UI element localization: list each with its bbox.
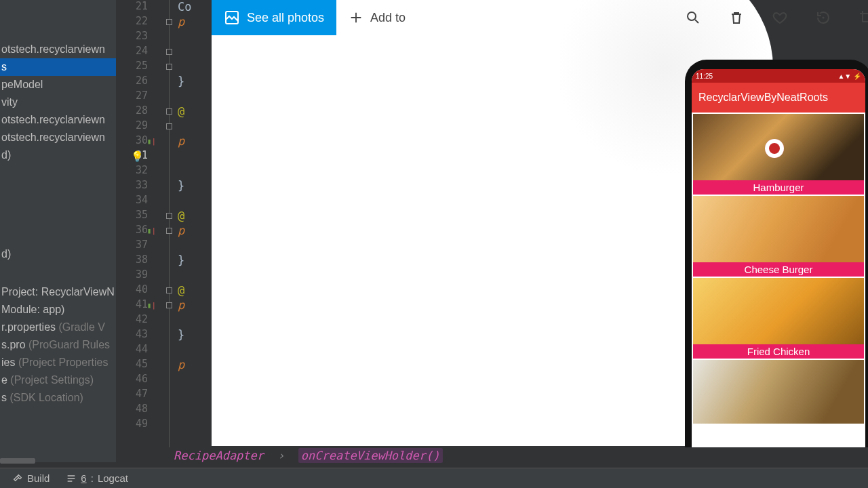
food-image: [693, 114, 864, 180]
intention-bulb-icon[interactable]: 💡: [131, 150, 144, 163]
svg-point-2: [822, 16, 824, 18]
list-item[interactable]: Cheese Burger: [693, 196, 864, 277]
phone-recycler-view[interactable]: Hamburger Cheese Burger Fried Chicken: [692, 113, 865, 447]
add-to-label: Add to: [370, 11, 406, 25]
photos-app-overlay: [212, 0, 685, 446]
food-image: [693, 360, 864, 424]
phone-status-bar: 11:25 ▲▼ ⚡: [692, 69, 865, 83]
breadcrumb-method[interactable]: onCreateViewHolder(): [298, 448, 443, 463]
see-all-photos-button[interactable]: See all photos: [212, 0, 336, 35]
food-image: [693, 278, 864, 344]
food-label: Hamburger: [693, 180, 864, 195]
tree-item[interactable]: otstech.recyclarviewn: [0, 111, 116, 129]
editor-code[interactable]: Cop}@p}@p}@p}p: [178, 0, 212, 447]
tree-item[interactable]: d): [0, 146, 116, 164]
rotate-icon[interactable]: [815, 9, 831, 26]
food-label: Cheese Burger: [693, 262, 864, 277]
food-image: [693, 196, 864, 262]
breadcrumb[interactable]: RecipeAdapter › onCreateViewHolder(): [174, 449, 443, 465]
horizontal-scrollbar[interactable]: [0, 458, 35, 464]
tree-item[interactable]: Project: RecyclarViewN: [0, 283, 116, 301]
tree-item[interactable]: peModel: [0, 76, 116, 94]
tree-item[interactable]: otstech.recyclarviewn: [0, 41, 116, 58]
logcat-icon: [66, 473, 77, 484]
tree-item[interactable]: r.properties (Gradle V: [0, 319, 116, 336]
status-time: 11:25: [696, 73, 713, 80]
svg-point-1: [688, 12, 696, 20]
tab-logcat-text: Logcat: [98, 472, 128, 484]
food-label: Fried Chicken: [693, 344, 864, 359]
phone-app-bar: RecyclarViewByNeatRoots: [692, 83, 865, 113]
status-icons: ▲▼ ⚡: [837, 73, 861, 80]
list-item[interactable]: Fried Chicken: [693, 278, 864, 359]
hammer-icon: [12, 473, 23, 484]
tree-item[interactable]: s.pro (ProGuard Rules: [0, 336, 116, 354]
photos-toolbar-right: [685, 0, 868, 35]
breadcrumb-separator: ›: [271, 449, 291, 462]
tab-logcat[interactable]: 6: Logcat: [66, 472, 128, 484]
bottom-tool-tabs: Build 6: Logcat: [0, 468, 868, 488]
tab-build[interactable]: Build: [12, 472, 50, 484]
tree-item[interactable]: e (Project Settings): [0, 371, 116, 389]
photos-toolbar-left: See all photos Add to: [212, 0, 418, 35]
tree-item[interactable]: d): [0, 245, 116, 263]
tree-item[interactable]: s: [0, 58, 116, 76]
tree-item[interactable]: s (SDK Location): [0, 389, 116, 407]
breadcrumb-class[interactable]: RecipeAdapter: [174, 449, 264, 462]
phone-app-title: RecyclarViewByNeatRoots: [698, 92, 828, 104]
tab-build-label: Build: [27, 472, 50, 484]
list-item[interactable]: Hamburger: [693, 114, 864, 195]
list-item[interactable]: [693, 360, 864, 424]
zoom-icon[interactable]: [685, 9, 701, 26]
heart-icon[interactable]: [772, 9, 788, 26]
project-tree[interactable]: otstech.recyclarviewnspeModelvityotstech…: [0, 0, 116, 462]
delete-icon[interactable]: [728, 9, 745, 26]
tree-item[interactable]: vity: [0, 94, 116, 111]
tree-item[interactable]: Module: app): [0, 301, 116, 319]
tree-item[interactable]: otstech.recyclarviewn: [0, 129, 116, 146]
editor-gutter[interactable]: 21222324252627282930▮|31💡3233343536▮|373…: [116, 0, 177, 447]
see-all-photos-label: See all photos: [247, 11, 324, 25]
gallery-icon: [224, 9, 240, 26]
phone-mockup: 11:25 ▲▼ ⚡ RecyclarViewByNeatRoots Hambu…: [685, 60, 868, 447]
add-to-button[interactable]: Add to: [336, 0, 418, 35]
tab-logcat-label: :: [91, 472, 94, 484]
tab-logcat-key: 6: [81, 472, 86, 484]
crop-icon[interactable]: [859, 9, 868, 26]
tree-item[interactable]: ies (Project Properties: [0, 354, 116, 371]
plus-icon: [349, 10, 363, 25]
